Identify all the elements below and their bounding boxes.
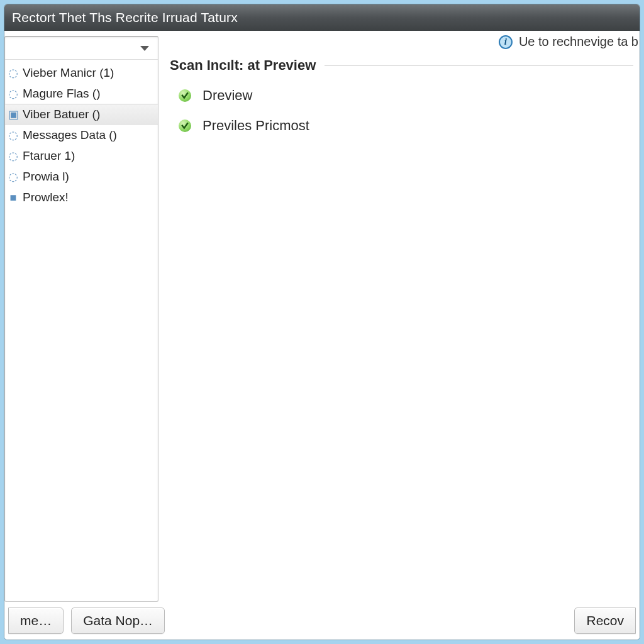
- sidebar-item-icon: ■: [8, 192, 19, 203]
- titlebar: Rectort Thet Ths Recrite Irruad Taturx: [4, 4, 640, 31]
- section-divider: [325, 65, 633, 66]
- sidebar-item-3[interactable]: ◌Messages Data (): [5, 125, 158, 145]
- check-icon: [179, 119, 191, 132]
- sidebar-item-5[interactable]: ◌Prowia l): [5, 166, 158, 187]
- hint-bar: i Ue to rechnevige ta b: [499, 35, 638, 49]
- category-tree: ◌Vieber Manicr (1)◌Magure Flas ()▣Viber …: [5, 60, 158, 210]
- result-item-label: Previles Pricmost: [203, 118, 309, 134]
- window-title: Rectort Thet Ths Recrite Irruad Taturx: [12, 10, 238, 25]
- sidebar-item-label: Viber Batuer (): [23, 108, 100, 121]
- app-window: Rectort Thet Ths Recrite Irruad Taturx ◌…: [4, 4, 640, 640]
- footer-bar: me… Gata Nop… Recov: [4, 602, 640, 640]
- hint-text: Ue to rechnevige ta b: [519, 35, 638, 49]
- sidebar-item-label: Ftaruer 1): [23, 149, 75, 163]
- info-icon: i: [499, 35, 513, 49]
- sidebar-item-0[interactable]: ◌Vieber Manicr (1): [5, 62, 158, 83]
- section-header: Scan Incılt: at Preview: [170, 57, 633, 74]
- sidebar-item-1[interactable]: ◌Magure Flas (): [5, 83, 158, 104]
- main-split: ◌Vieber Manicr (1)◌Magure Flas ()▣Viber …: [4, 31, 640, 602]
- check-icon: [179, 89, 191, 102]
- category-dropdown[interactable]: [5, 37, 158, 60]
- sidebar-item-icon: ◌: [8, 67, 19, 79]
- sidebar-item-label: Vieber Manicr (1): [23, 66, 114, 80]
- section-title: Scan Incılt: at Preview: [170, 57, 316, 74]
- result-item-1[interactable]: Previles Pricmost: [179, 118, 633, 134]
- sidebar-item-label: Prowia l): [23, 170, 69, 184]
- sidebar-item-icon: ◌: [8, 171, 19, 182]
- sidebar-panel: ◌Vieber Manicr (1)◌Magure Flas ()▣Viber …: [4, 36, 158, 602]
- result-item-0[interactable]: Dreview: [179, 87, 633, 104]
- sidebar-item-label: Magure Flas (): [23, 87, 101, 101]
- sidebar-item-6[interactable]: ■Prowlex!: [5, 187, 158, 208]
- footer-button-1[interactable]: me…: [8, 608, 64, 634]
- result-item-label: Dreview: [203, 87, 252, 104]
- content-pane: i Ue to rechnevige ta b Scan Incılt: at …: [158, 31, 640, 602]
- client-area: ◌Vieber Manicr (1)◌Magure Flas ()▣Viber …: [4, 31, 640, 640]
- sidebar-item-4[interactable]: ◌Ftaruer 1): [5, 145, 158, 166]
- result-list: DreviewPreviles Pricmost: [170, 87, 633, 134]
- sidebar-item-icon: ◌: [8, 150, 19, 162]
- sidebar-item-icon: ◌: [8, 88, 19, 99]
- sidebar-item-label: Prowlex!: [23, 191, 69, 204]
- sidebar-item-2[interactable]: ▣Viber Batuer (): [5, 104, 158, 125]
- footer-button-2[interactable]: Gata Nop…: [71, 608, 165, 634]
- sidebar-item-icon: ◌: [8, 130, 19, 141]
- sidebar-item-icon: ▣: [8, 109, 19, 120]
- chevron-down-icon: [140, 46, 149, 51]
- sidebar-item-label: Messages Data (): [23, 128, 117, 142]
- recover-button[interactable]: Recov: [574, 608, 636, 634]
